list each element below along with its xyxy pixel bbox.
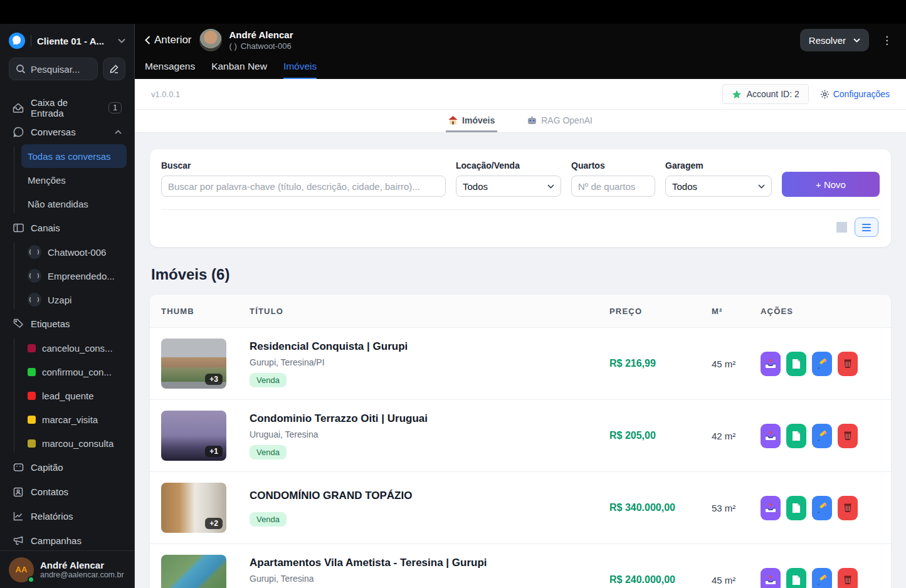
edit-button[interactable] <box>812 568 832 588</box>
sidebar-item-nao-atendidas[interactable]: Não atendidas <box>21 192 127 216</box>
edit-button[interactable] <box>812 352 832 376</box>
workspace-name[interactable]: Cliente 01 - A... <box>37 36 104 46</box>
sidebar-item-channel[interactable]: ( ) Empreendedo... <box>21 264 127 288</box>
export-button[interactable] <box>761 496 781 520</box>
property-title: Condominio Terrazzo Oiti | Uruguai <box>250 412 609 425</box>
garagem-select[interactable]: Todos <box>665 176 772 197</box>
label-name: cancelou_cons... <box>42 343 113 354</box>
sidebar-item-inbox[interactable]: Caixa de Entrada 1 <box>8 95 127 120</box>
label-color-swatch <box>28 439 36 448</box>
avatar[interactable]: AA <box>9 557 34 582</box>
label-name: marcou_consulta <box>42 438 113 449</box>
sidebar-item-label-tag[interactable]: confirmou_con... <box>21 360 127 384</box>
back-button[interactable]: Anterior <box>145 34 192 46</box>
inbox-tray-icon <box>765 575 776 585</box>
delete-button[interactable] <box>838 424 858 448</box>
sidebar-section-label: Canais <box>31 223 60 233</box>
grid-view-button[interactable] <box>836 222 847 233</box>
user-footer[interactable]: AA André Alencar andre@aalencar.com.br <box>0 550 134 588</box>
table-header: THUMB TÍTULO PREÇO M² AÇÕES <box>150 295 891 328</box>
novo-button[interactable]: + Novo <box>782 172 880 197</box>
tab-mensagens[interactable]: Mensagens <box>145 61 195 79</box>
resolve-button[interactable]: Resolver <box>800 29 869 51</box>
sidebar-search-input[interactable]: Pesquisar... <box>9 58 98 80</box>
chevron-down-icon <box>758 184 765 189</box>
property-thumbnail[interactable]: +2 <box>161 555 226 588</box>
delete-button[interactable] <box>838 496 858 520</box>
sidebar-item-mencoes[interactable]: Menções <box>21 168 127 192</box>
sidebar-section-canais[interactable]: Canais <box>8 216 127 240</box>
locacao-venda-select[interactable]: Todos <box>456 176 561 197</box>
property-location: Uruguai, Teresina <box>250 429 609 439</box>
sidebar-item-channel[interactable]: ( ) Uzapi <box>21 288 127 312</box>
property-thumbnail[interactable]: +2 <box>161 483 226 533</box>
user-email: andre@aalencar.com.br <box>40 570 124 579</box>
pencil-icon <box>817 359 828 369</box>
chatwoot-logo-icon[interactable] <box>9 33 25 49</box>
sidebar-item-channel[interactable]: ( ) Chatwoot-006 <box>21 240 127 264</box>
app-tab-label: RAG OpenAI <box>541 115 593 125</box>
robot-head-icon <box>527 116 537 125</box>
inbox-tray-icon <box>765 431 776 441</box>
settings-label: Configurações <box>833 89 890 99</box>
settings-link[interactable]: Configurações <box>820 89 890 99</box>
sidebar-item-capitao[interactable]: Capitão <box>8 455 127 480</box>
app-tab-imoveis[interactable]: Imóveis <box>446 110 497 132</box>
label-color-swatch <box>28 392 36 400</box>
search-placeholder: Pesquisar... <box>31 64 80 75</box>
quartos-input[interactable] <box>571 176 655 197</box>
delete-button[interactable] <box>838 568 858 588</box>
document-button[interactable] <box>786 424 806 448</box>
sidebar-item-conversas[interactable]: Conversas <box>8 120 127 144</box>
app-tab-rag-openai[interactable]: RAG OpenAI <box>525 110 595 132</box>
sidebar-item-label-tag[interactable]: marcar_visita <box>21 407 127 431</box>
property-price: R$ 205,00 <box>609 430 712 441</box>
contact-avatar[interactable] <box>199 29 222 51</box>
export-button[interactable] <box>761 568 781 588</box>
sidebar-item-label-tag[interactable]: marcou_consulta <box>21 431 127 455</box>
property-thumbnail[interactable]: +3 <box>161 339 226 389</box>
pencil-icon <box>817 575 828 585</box>
edit-button[interactable] <box>812 424 832 448</box>
channels-icon <box>13 223 24 233</box>
property-thumbnail[interactable]: +1 <box>161 411 226 461</box>
property-title: Apartamentos Vila Ametista - Teresina | … <box>250 557 609 569</box>
properties-table: THUMB TÍTULO PREÇO M² AÇÕES +3 Residenci… <box>150 295 891 588</box>
inbox-tray-icon <box>765 359 776 369</box>
inbox-icon <box>13 103 24 113</box>
page-title: Imóveis (6) <box>151 266 891 283</box>
edit-button[interactable] <box>812 496 832 520</box>
document-button[interactable] <box>786 568 806 588</box>
delete-button[interactable] <box>838 352 858 376</box>
sidebar-item-todas-conversas[interactable]: Todas as conversas <box>21 144 127 168</box>
robot-icon <box>13 463 24 472</box>
contact-channel: Chatwoot-006 <box>241 41 292 51</box>
sidebar-section-etiquetas[interactable]: Etiquetas <box>8 312 127 336</box>
export-button[interactable] <box>761 352 781 376</box>
document-button[interactable] <box>786 496 806 520</box>
contact-name: André Alencar <box>229 29 293 41</box>
divider <box>31 35 31 46</box>
list-view-button[interactable] <box>855 218 878 237</box>
chevron-up-icon[interactable] <box>115 130 122 134</box>
tab-kanban-new[interactable]: Kanban New <box>211 61 267 79</box>
sidebar-item-label-tag[interactable]: cancelou_cons... <box>21 336 127 360</box>
gear-icon <box>820 90 830 99</box>
contact-card-icon <box>13 487 24 497</box>
col-preco: PREÇO <box>609 307 712 316</box>
export-button[interactable] <box>761 424 781 448</box>
tab-imoveis[interactable]: Imóveis <box>283 61 317 79</box>
search-keyword-input[interactable] <box>161 176 446 197</box>
chevron-down-icon[interactable] <box>118 38 125 43</box>
document-button[interactable] <box>786 352 806 376</box>
chart-icon <box>13 512 24 521</box>
property-area: 53 m² <box>712 503 761 513</box>
sidebar-item-contatos[interactable]: Contatos <box>8 480 127 504</box>
sidebar-item-campanhas[interactable]: Campanhas <box>8 528 127 550</box>
property-area: 42 m² <box>712 431 761 441</box>
sidebar-item-label-tag[interactable]: lead_quente <box>21 384 127 407</box>
compose-button[interactable] <box>103 58 125 80</box>
venda-badge: Venda <box>250 512 287 527</box>
more-options-icon[interactable]: ⋮ <box>878 31 896 50</box>
sidebar-item-relatorios[interactable]: Relatórios <box>8 504 127 528</box>
